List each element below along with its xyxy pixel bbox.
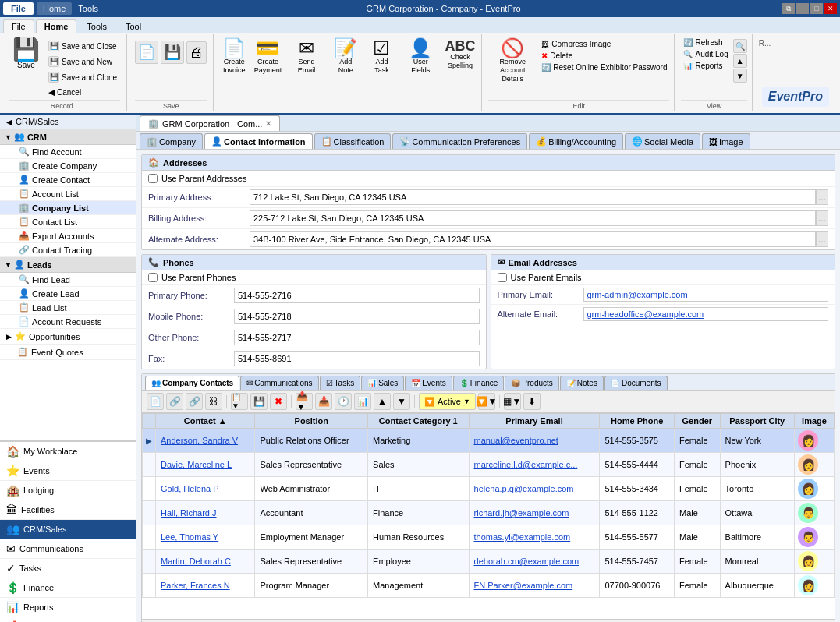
- save-doc-button[interactable]: 💾: [161, 41, 184, 64]
- maximize-button[interactable]: □: [810, 3, 823, 14]
- contact-cell[interactable]: Anderson, Sandra V: [156, 429, 255, 453]
- reports-button[interactable]: 📊 Reports: [681, 61, 730, 71]
- tab-tasks[interactable]: ☑ Tasks: [320, 376, 361, 390]
- grid-down-btn[interactable]: ▼: [393, 393, 410, 410]
- file-menu[interactable]: File: [3, 2, 34, 15]
- primary-email-value[interactable]: grm-admin@example.com: [583, 288, 829, 302]
- col-phone[interactable]: Home Phone: [600, 414, 675, 429]
- doc-tab-close[interactable]: ✕: [265, 119, 271, 128]
- opportunities-item[interactable]: ▶ ⭐ Opportunities: [0, 329, 136, 345]
- grid-delete-btn[interactable]: ✖: [270, 393, 287, 410]
- tab-finance[interactable]: 💲 Finance: [453, 376, 505, 390]
- tab-sales[interactable]: 📊 Sales: [361, 376, 404, 390]
- cancel-button[interactable]: ◀ Cancel: [45, 86, 120, 99]
- table-row[interactable]: Martin, Deborah C Sales Representative E…: [143, 550, 835, 574]
- col-city[interactable]: Passport City: [720, 414, 794, 429]
- other-phone-input[interactable]: [234, 330, 480, 345]
- col-category[interactable]: Contact Category 1: [368, 414, 469, 429]
- table-row[interactable]: Lee, Thomas Y Employment Manager Human R…: [143, 525, 835, 550]
- tab-company-contacts[interactable]: 👥 Company Contacts: [145, 376, 239, 390]
- table-row[interactable]: ▶ Anderson, Sandra V Public Relations Of…: [143, 429, 835, 453]
- tab-image[interactable]: 🖼 Image: [702, 133, 750, 149]
- grid-nav-btn[interactable]: 📋▼: [231, 393, 248, 410]
- grid-columns-btn[interactable]: ▦▼: [504, 393, 521, 410]
- view-search-button[interactable]: 🔍: [733, 39, 747, 53]
- ribbon-tab-file[interactable]: File: [3, 19, 34, 33]
- sidebar-item-tasks[interactable]: ✓ Tasks: [0, 559, 136, 578]
- contact-list-item[interactable]: 📋 Contact List: [0, 215, 136, 229]
- remove-account-button[interactable]: 🚫 Remove AccountDetails: [488, 37, 537, 84]
- contact-tracing-item[interactable]: 🔗 Contact Tracing: [0, 243, 136, 257]
- view-down-button[interactable]: ▼: [733, 69, 747, 83]
- email-cell[interactable]: deborah.cm@example.com: [469, 550, 600, 574]
- status-filter[interactable]: 🔽 Active ▼: [419, 393, 476, 410]
- new-doc-button[interactable]: 📄: [135, 41, 158, 64]
- tab-documents[interactable]: 📄 Documents: [604, 376, 668, 390]
- ribbon-tab-tools[interactable]: Tools: [78, 19, 115, 33]
- grid-chain-btn[interactable]: 🔗: [186, 393, 203, 410]
- check-spelling-button[interactable]: ABC CheckSpelling: [442, 37, 478, 72]
- email-cell[interactable]: marceline.l.d@example.c...: [469, 453, 600, 477]
- company-list-item[interactable]: 🏢 Company List: [0, 201, 136, 215]
- home-menu[interactable]: Home: [37, 2, 72, 15]
- add-note-button[interactable]: 📝 Add Note: [328, 37, 363, 76]
- contact-cell[interactable]: Hall, Richard J: [156, 501, 255, 525]
- col-email[interactable]: Primary Email: [469, 414, 600, 429]
- print-button[interactable]: 🖨: [186, 41, 207, 64]
- grid-export-btn[interactable]: 📤▼: [296, 393, 313, 410]
- grid-download-btn[interactable]: ⬇: [523, 393, 541, 410]
- grid-new-btn[interactable]: 📄: [147, 393, 164, 410]
- table-row[interactable]: Parker, Frances N Program Manager Manage…: [143, 574, 835, 598]
- crm-section-header[interactable]: ▼ 👥 CRM: [0, 129, 136, 145]
- ribbon-tab-home[interactable]: Home: [36, 19, 77, 33]
- account-list-item[interactable]: 📋 Account List: [0, 187, 136, 201]
- grid-link-btn[interactable]: 🔗: [166, 393, 183, 410]
- sidebar-item-mail-merge[interactable]: 📬 Mail Merge: [0, 617, 136, 622]
- use-parent-addresses-checkbox[interactable]: [148, 174, 158, 183]
- grid-import-btn[interactable]: 📥: [315, 393, 332, 410]
- event-quotes-item[interactable]: 📋 Event Quotes: [0, 345, 136, 360]
- tab-classification[interactable]: 📋 Classification: [314, 133, 392, 149]
- use-parent-phones-checkbox[interactable]: [148, 273, 158, 282]
- tab-products[interactable]: 📦 Products: [505, 376, 558, 390]
- tab-contact-info[interactable]: 👤 Contact Information: [204, 133, 313, 149]
- email-cell[interactable]: helena.p.q@example.com: [469, 477, 600, 501]
- contact-cell[interactable]: Lee, Thomas Y: [156, 525, 255, 550]
- save-button[interactable]: 💾 Save: [9, 37, 43, 71]
- col-gender[interactable]: Gender: [674, 414, 720, 429]
- sidebar-item-reports[interactable]: 📊 Reports: [0, 598, 136, 617]
- grid-unlink-btn[interactable]: ⛓: [205, 393, 222, 410]
- sidebar-item-my-workplace[interactable]: 🏠 My Workplace: [0, 442, 136, 461]
- primary-address-input[interactable]: [250, 189, 816, 205]
- save-and-close-button[interactable]: 💾 Save and Close: [45, 39, 120, 53]
- audit-log-button[interactable]: 🔍 Audit Log: [681, 49, 730, 59]
- tab-billing[interactable]: 💰 Billing/Accounting: [529, 133, 623, 149]
- create-payment-button[interactable]: 💳 CreatePayment: [251, 37, 285, 76]
- contact-cell[interactable]: Parker, Frances N: [156, 574, 255, 598]
- billing-address-btn[interactable]: …: [816, 210, 828, 226]
- send-email-button[interactable]: ✉ Send Email: [286, 37, 327, 76]
- use-parent-emails-checkbox[interactable]: [498, 273, 507, 282]
- create-company-item[interactable]: 🏢 Create Company: [0, 159, 136, 173]
- col-contact[interactable]: Contact ▲: [156, 414, 255, 429]
- email-cell[interactable]: richard.jh@example.com: [469, 501, 600, 525]
- grid-chart-btn[interactable]: 📊: [354, 393, 371, 410]
- create-contact-item[interactable]: 👤 Create Contact: [0, 173, 136, 187]
- tab-notes[interactable]: 📝 Notes: [560, 376, 604, 390]
- user-fields-button[interactable]: 👤 User Fields: [400, 37, 441, 76]
- refresh-button[interactable]: 🔄 Refresh: [681, 37, 730, 48]
- contact-cell[interactable]: Gold, Helena P: [156, 477, 255, 501]
- tab-social[interactable]: 🌐 Social Media: [625, 133, 700, 149]
- col-position[interactable]: Position: [255, 414, 368, 429]
- primary-phone-input[interactable]: [234, 288, 480, 303]
- sidebar-item-finance[interactable]: 💲 Finance: [0, 578, 136, 598]
- tab-company[interactable]: 🏢 Company: [140, 133, 203, 149]
- ribbon-tab-tool[interactable]: Tool: [117, 19, 150, 33]
- account-requests-item[interactable]: 📄 Account Requests: [0, 315, 136, 329]
- reset-password-button[interactable]: 🔄 Reset Online Exhibitor Password: [539, 62, 669, 72]
- sidebar-item-crm-sales[interactable]: 👥 CRM/Sales: [0, 520, 136, 539]
- alternate-address-input[interactable]: [250, 231, 816, 247]
- sidebar-item-lodging[interactable]: 🏨 Lodging: [0, 481, 136, 500]
- email-cell[interactable]: manual@eventpro.net: [469, 429, 600, 453]
- alternate-email-value[interactable]: grm-headoffice@example.com: [583, 307, 829, 321]
